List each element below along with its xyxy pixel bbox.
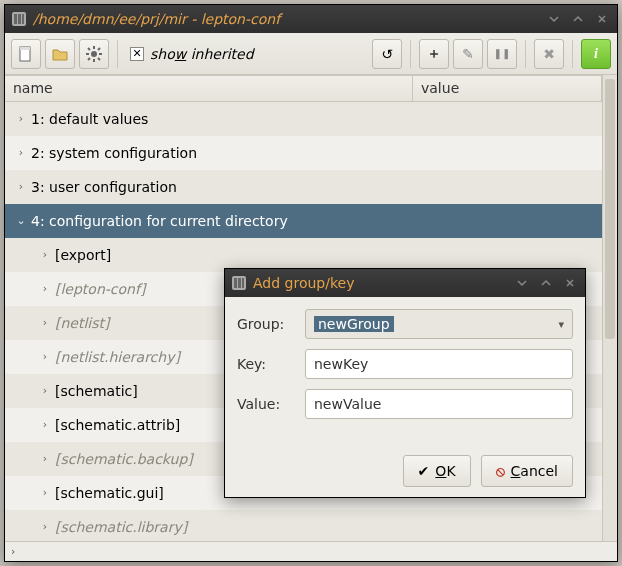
expander-icon[interactable]: › bbox=[39, 520, 51, 533]
toolbar-separator bbox=[572, 40, 573, 68]
app-icon bbox=[11, 11, 27, 27]
minimize-button[interactable] bbox=[545, 12, 563, 26]
dialog-minimize-button[interactable] bbox=[513, 276, 531, 290]
delete-button[interactable]: ✖ bbox=[534, 39, 564, 69]
expander-icon[interactable]: › bbox=[39, 384, 51, 397]
show-inherited-label: show inherited bbox=[150, 46, 254, 62]
cancel-icon: ⦸ bbox=[496, 463, 505, 480]
toolbar: ✕ show inherited ↺ ＋ ✎ ❚❚ ✖ i bbox=[5, 33, 617, 75]
main-titlebar[interactable]: /home/dmn/ee/prj/mir - lepton-conf bbox=[5, 5, 617, 33]
toggle-button[interactable]: ❚❚ bbox=[487, 39, 517, 69]
close-button[interactable] bbox=[593, 12, 611, 26]
svg-rect-3 bbox=[22, 14, 24, 24]
tree-row-label: 3: user configuration bbox=[31, 179, 177, 195]
group-label: Group: bbox=[237, 316, 295, 332]
expander-icon[interactable]: › bbox=[39, 316, 51, 329]
value-input[interactable]: newValue bbox=[305, 389, 573, 419]
cancel-label: Cancel bbox=[511, 463, 558, 479]
ok-button[interactable]: ✔ OK bbox=[403, 455, 471, 487]
scrollbar-thumb[interactable] bbox=[605, 79, 615, 339]
cancel-button[interactable]: ⦸ Cancel bbox=[481, 455, 573, 487]
column-name[interactable]: name bbox=[5, 76, 413, 101]
dialog-icon bbox=[231, 275, 247, 291]
expander-icon[interactable]: › bbox=[39, 350, 51, 363]
group-combobox[interactable]: newGroup ▾ bbox=[305, 309, 573, 339]
dialog-titlebar[interactable]: Add group/key bbox=[225, 269, 585, 297]
tree-row-label: [schematic.backup] bbox=[55, 451, 193, 467]
svg-line-11 bbox=[88, 48, 90, 50]
edit-button[interactable]: ✎ bbox=[453, 39, 483, 69]
main-window-title: /home/dmn/ee/prj/mir - lepton-conf bbox=[33, 11, 539, 27]
expander-icon[interactable]: › bbox=[39, 418, 51, 431]
key-value: newKey bbox=[314, 356, 368, 372]
group-value: newGroup bbox=[314, 316, 394, 332]
svg-point-6 bbox=[91, 51, 97, 57]
tree-row-label: [schematic] bbox=[55, 383, 138, 399]
key-label: Key: bbox=[237, 356, 295, 372]
delete-icon: ✖ bbox=[543, 46, 555, 62]
add-button[interactable]: ＋ bbox=[419, 39, 449, 69]
tree-row[interactable]: ›3: user configuration bbox=[5, 170, 602, 204]
expander-icon[interactable]: ⌄ bbox=[15, 214, 27, 227]
expander-icon[interactable]: › bbox=[15, 112, 27, 125]
reload-icon: ↺ bbox=[381, 46, 393, 62]
tree-row-label: [netlist.hierarchy] bbox=[55, 349, 180, 365]
tree-row[interactable]: ›1: default values bbox=[5, 102, 602, 136]
dialog-buttons: ✔ OK ⦸ Cancel bbox=[237, 455, 573, 487]
show-inherited-checkbox[interactable]: ✕ show inherited bbox=[126, 46, 258, 62]
expander-icon[interactable]: › bbox=[39, 486, 51, 499]
tree-row[interactable]: ⌄4: configuration for current directory bbox=[5, 204, 602, 238]
tree-row-label: [export] bbox=[55, 247, 111, 263]
key-row: Key: newKey bbox=[237, 349, 573, 379]
new-file-button[interactable] bbox=[11, 39, 41, 69]
dialog-close-button[interactable] bbox=[561, 276, 579, 290]
expander-icon[interactable]: › bbox=[39, 248, 51, 261]
dialog-maximize-button[interactable] bbox=[537, 276, 555, 290]
settings-button[interactable] bbox=[79, 39, 109, 69]
tree-row-label: [netlist] bbox=[55, 315, 109, 331]
chevron-down-icon: ▾ bbox=[558, 318, 564, 331]
open-folder-button[interactable] bbox=[45, 39, 75, 69]
svg-rect-17 bbox=[238, 278, 241, 288]
info-button[interactable]: i bbox=[581, 39, 611, 69]
toolbar-separator bbox=[410, 40, 411, 68]
tree-row-label: [schematic.gui] bbox=[55, 485, 164, 501]
svg-rect-2 bbox=[18, 14, 21, 24]
svg-rect-5 bbox=[20, 47, 30, 50]
tree-row-label: [lepton-conf] bbox=[55, 281, 145, 297]
svg-rect-16 bbox=[234, 278, 237, 288]
tree-row-label: 4: configuration for current directory bbox=[31, 213, 288, 229]
toolbar-separator bbox=[525, 40, 526, 68]
column-value[interactable]: value bbox=[413, 76, 602, 101]
group-row: Group: newGroup ▾ bbox=[237, 309, 573, 339]
svg-line-14 bbox=[88, 58, 90, 60]
tree-row-label: [schematic.library] bbox=[55, 519, 187, 535]
toolbar-separator bbox=[117, 40, 118, 68]
add-group-key-dialog: Add group/key Group: newGroup ▾ Key: new… bbox=[224, 268, 586, 498]
expander-icon[interactable]: › bbox=[39, 452, 51, 465]
value-row: Value: newValue bbox=[237, 389, 573, 419]
expander-icon[interactable]: › bbox=[39, 282, 51, 295]
maximize-button[interactable] bbox=[569, 12, 587, 26]
status-chevron-icon: › bbox=[11, 545, 15, 558]
dialog-title: Add group/key bbox=[253, 275, 507, 291]
statusbar: › bbox=[5, 541, 617, 561]
info-icon: i bbox=[594, 46, 598, 62]
checkbox-box: ✕ bbox=[130, 47, 144, 61]
vertical-scrollbar[interactable] bbox=[602, 75, 617, 541]
tree-row[interactable]: ›2: system configuration bbox=[5, 136, 602, 170]
tree-row-label: 2: system configuration bbox=[31, 145, 197, 161]
reload-button[interactable]: ↺ bbox=[372, 39, 402, 69]
key-input[interactable]: newKey bbox=[305, 349, 573, 379]
add-icon: ＋ bbox=[427, 45, 441, 63]
expander-icon[interactable]: › bbox=[15, 146, 27, 159]
tree-row[interactable]: ›[export] bbox=[5, 238, 602, 272]
value-value: newValue bbox=[314, 396, 381, 412]
tree-row-label: [schematic.attrib] bbox=[55, 417, 180, 433]
ok-label: OK bbox=[435, 463, 455, 479]
expander-icon[interactable]: › bbox=[15, 180, 27, 193]
svg-rect-1 bbox=[14, 14, 17, 24]
tree-header: name value bbox=[5, 76, 602, 102]
dialog-client: Group: newGroup ▾ Key: newKey Value: new… bbox=[225, 297, 585, 497]
tree-row[interactable]: ›[schematic.library] bbox=[5, 510, 602, 541]
